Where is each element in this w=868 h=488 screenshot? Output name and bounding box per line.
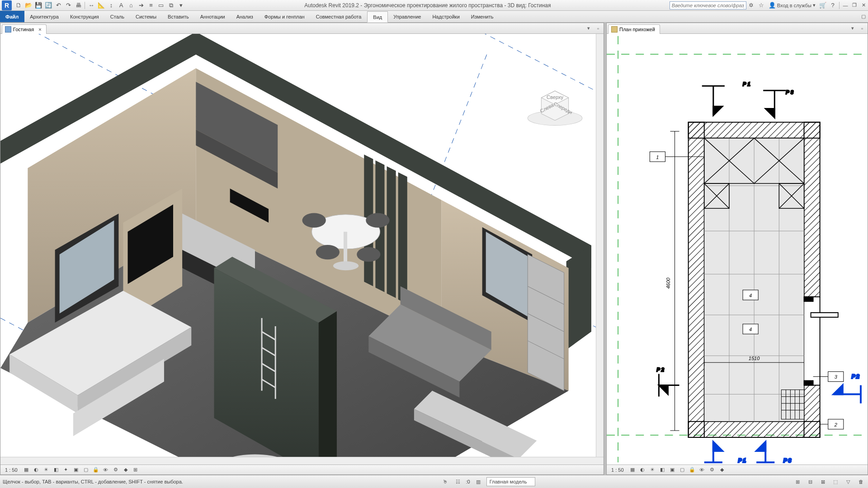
- vc2-detail-icon[interactable]: ▦: [628, 466, 637, 474]
- pane-max-icon[interactable]: ▫: [594, 24, 602, 33]
- vc-temp-icon[interactable]: 👁: [102, 466, 110, 474]
- vc2-temp-icon[interactable]: 👁: [698, 466, 706, 474]
- ribbon-minimize-icon[interactable]: ▢: [859, 11, 868, 22]
- ribbon-tab-управление[interactable]: Управление: [388, 11, 427, 22]
- vc-shadow-icon[interactable]: ◧: [52, 466, 60, 474]
- ribbon-tab-сталь[interactable]: Сталь: [105, 11, 130, 22]
- vc2-visual-icon[interactable]: ◐: [638, 466, 646, 474]
- vc-lock-icon[interactable]: 🔒: [92, 466, 100, 474]
- svg-marker-25: [319, 311, 337, 457]
- view-tab-plan[interactable]: План прихожей: [608, 24, 660, 34]
- ribbon-tab-совместная работа[interactable]: Совместная работа: [311, 11, 368, 22]
- window-restore-icon[interactable]: ❐: [850, 1, 859, 10]
- view-tab-3d-close-icon[interactable]: ×: [38, 27, 41, 32]
- status-worksets-icon[interactable]: ☷: [453, 477, 462, 486]
- app-logo[interactable]: R: [2, 0, 12, 10]
- vc2-cropshow-icon[interactable]: ▢: [678, 466, 686, 474]
- vc-detail-icon[interactable]: ▦: [22, 466, 30, 474]
- svg-rect-67: [689, 122, 704, 437]
- sec-p1-top: Р 1: [743, 81, 750, 87]
- qat-print-icon[interactable]: 🖶: [74, 1, 83, 10]
- ribbon-tab-архитектура[interactable]: Архитектура: [24, 11, 65, 22]
- status-model-icon[interactable]: ▥: [474, 477, 483, 486]
- qat-switch-icon[interactable]: ⧉: [166, 1, 175, 10]
- scale-plan[interactable]: 1 : 50: [609, 467, 627, 473]
- vc2-shadow-icon[interactable]: ◧: [658, 466, 666, 474]
- status-filter-icon[interactable]: 🗑: [856, 477, 865, 486]
- ribbon-tab-изменить[interactable]: Изменить: [466, 11, 500, 22]
- ribbon-tab-конструкция[interactable]: Конструкция: [65, 11, 105, 22]
- vc2-sun-icon[interactable]: ☀: [648, 466, 656, 474]
- search-input[interactable]: [670, 1, 746, 9]
- vc-render-icon[interactable]: ✦: [62, 466, 70, 474]
- ribbon-tab-вставить[interactable]: Вставить: [162, 11, 195, 22]
- viewplan-icon: [611, 26, 618, 33]
- qat-more-icon[interactable]: ▾: [176, 1, 185, 10]
- qat-close-icon[interactable]: ▭: [156, 1, 165, 10]
- ribbon-tab-надстройки[interactable]: Надстройки: [427, 11, 465, 22]
- help-icon[interactable]: ?: [828, 1, 837, 10]
- view-tab-3d-label: Гостиная: [13, 27, 34, 32]
- qat-save-icon[interactable]: 💾: [34, 1, 43, 10]
- qat-align-icon[interactable]: 📐: [97, 1, 106, 10]
- vc-analytic-icon[interactable]: ◆: [122, 466, 130, 474]
- qat-open-icon[interactable]: 🗋: [14, 1, 23, 10]
- pane2-max-icon[interactable]: ▫: [858, 24, 866, 33]
- status-sel3-icon[interactable]: ⊠: [818, 477, 827, 486]
- qat-redo-icon[interactable]: ↷: [64, 1, 73, 10]
- signin-button[interactable]: 👤 Вход в службы ▾: [767, 1, 817, 10]
- ribbon-tab-файл[interactable]: Файл: [0, 11, 24, 22]
- canvas-3d[interactable]: Сверху Слева Спереди: [0, 34, 596, 457]
- vc2-lock-icon[interactable]: 🔒: [688, 466, 696, 474]
- status-sel2-icon[interactable]: ⊟: [806, 477, 815, 486]
- infocenter-fav-icon[interactable]: ☆: [757, 1, 766, 10]
- canvas-plan[interactable]: 4600 1510 1 2 3 4 4 Р 1 Р 3 Р 2 Р 1 Р 3 …: [607, 34, 868, 465]
- tag-3: 3: [835, 374, 838, 380]
- dim-1510: 1510: [749, 356, 760, 361]
- qat-measure-icon[interactable]: ↔: [87, 1, 96, 10]
- svg-marker-121: [765, 108, 774, 117]
- scrollbar-v-3d[interactable]: [596, 34, 604, 457]
- qat-open2-icon[interactable]: 📂: [24, 1, 33, 10]
- qat-text-icon[interactable]: A: [117, 1, 126, 10]
- vc-crop-icon[interactable]: ▣: [72, 466, 80, 474]
- vc-reveal-icon[interactable]: ⚙: [112, 466, 120, 474]
- svg-point-39: [333, 261, 359, 270]
- status-sel1-icon[interactable]: ⊞: [793, 477, 802, 486]
- view-tab-3d[interactable]: Гостиная ×: [2, 24, 47, 34]
- qat-thin-icon[interactable]: ≡: [146, 1, 156, 10]
- svg-rect-94: [811, 313, 838, 317]
- status-model-select[interactable]: Главная модель: [486, 477, 536, 486]
- ribbon-tab-вид[interactable]: Вид: [367, 11, 388, 23]
- status-sel4-icon[interactable]: ⬚: [831, 477, 840, 486]
- exchange-icon[interactable]: 🛒: [818, 1, 827, 10]
- pane-min-icon[interactable]: ▾: [585, 24, 593, 33]
- infocenter-star-icon[interactable]: ✡: [747, 1, 756, 10]
- scrollbar-h-3d[interactable]: [0, 457, 604, 465]
- vc2-color-icon[interactable]: ◆: [718, 466, 726, 474]
- vc2-reveal-icon[interactable]: ⚙: [708, 466, 716, 474]
- vc2-crop-icon[interactable]: ▣: [668, 466, 676, 474]
- ribbon-tab-анализ[interactable]: Анализ: [231, 11, 259, 22]
- status-select-icon[interactable]: 🖰: [441, 477, 450, 486]
- qat-section-icon[interactable]: ➔: [137, 1, 146, 10]
- window-minimize-icon[interactable]: —: [841, 1, 850, 10]
- svg-marker-36: [398, 172, 407, 304]
- ribbon-tab-аннотации[interactable]: Аннотации: [195, 11, 231, 22]
- pane2-min-icon[interactable]: ▾: [849, 24, 857, 33]
- qat-undo-icon[interactable]: ↶: [54, 1, 63, 10]
- qat-dim-icon[interactable]: ↕: [107, 1, 116, 10]
- ribbon-tab-формы и генплан[interactable]: Формы и генплан: [259, 11, 311, 22]
- vc-cropshow-icon[interactable]: ▢: [82, 466, 90, 474]
- vc-sun-icon[interactable]: ☀: [42, 466, 50, 474]
- window-close-icon[interactable]: ✕: [859, 1, 868, 10]
- qat-sync-icon[interactable]: 🔄: [44, 1, 53, 10]
- vc-constraint-icon[interactable]: ⊞: [132, 466, 140, 474]
- view3d-icon: [5, 26, 11, 33]
- ribbon-tab-системы[interactable]: Системы: [130, 11, 162, 22]
- vc-visual-icon[interactable]: ◐: [32, 466, 40, 474]
- svg-rect-66: [689, 422, 820, 437]
- status-sel5-icon[interactable]: ▽: [844, 477, 853, 486]
- qat-3d-icon[interactable]: ⌂: [127, 1, 136, 10]
- scale-3d[interactable]: 1 : 50: [2, 467, 20, 473]
